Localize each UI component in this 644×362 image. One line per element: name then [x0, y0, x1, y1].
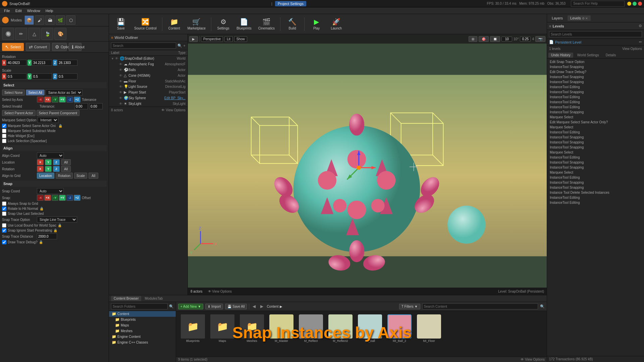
lock-selection-check[interactable]: [2, 139, 6, 143]
world-settings-sub-tab[interactable]: World Settings: [575, 53, 602, 58]
vis-cone[interactable]: 👁: [119, 74, 124, 77]
help-search-input[interactable]: [571, 1, 625, 7]
content-btn[interactable]: 📁 Content: [165, 16, 183, 32]
draw-trace-check[interactable]: [2, 240, 6, 244]
sky-link[interactable]: Edit BP_Sky...: [155, 96, 185, 100]
undo-item-0[interactable]: Edit Snap Trace Option: [547, 59, 644, 64]
snap-distance-input[interactable]: [37, 233, 57, 239]
menu-help[interactable]: Help: [43, 8, 56, 13]
pos-x-btn[interactable]: +X: [44, 97, 51, 103]
hide-widget-check[interactable]: [2, 134, 6, 138]
undo-item-16[interactable]: InstanceTool Snapping: [547, 140, 644, 145]
rotate-hit-check[interactable]: [2, 206, 6, 211]
levels-tab[interactable]: Levels ⚙ ✕: [568, 15, 591, 21]
vp-btn-3[interactable]: 🔲: [490, 36, 500, 42]
levels-view-options-btn[interactable]: View Options: [622, 47, 642, 51]
undo-item-8[interactable]: InstanceTool Editing: [547, 100, 644, 105]
levels-settings-icon[interactable]: ⚙ ✕: [582, 17, 588, 20]
vis-balls[interactable]: 👁: [119, 68, 124, 72]
vp-btn-2[interactable]: 🎯: [479, 36, 489, 42]
align-rot-y-btn[interactable]: Y: [45, 166, 52, 172]
outliner-sky-sphere[interactable]: 👁 🌍 Sky Sphere Edit BP_Sky...: [109, 95, 187, 101]
undo-item-28[interactable]: InstanceTool Editing: [547, 200, 644, 205]
folder-engine-content[interactable]: 📁 Engine Content: [109, 334, 176, 340]
marquee-substract-check[interactable]: [2, 129, 6, 133]
outliner-search-input[interactable]: [111, 43, 176, 49]
vis-sky[interactable]: 👁: [119, 96, 124, 100]
pos-z-btn[interactable]: +Z: [74, 97, 80, 103]
select-none-btn[interactable]: Select None: [2, 89, 25, 96]
rotation-x-input[interactable]: [6, 60, 26, 66]
blueprints-btn[interactable]: 📄 Blueprints: [234, 16, 254, 32]
undo-item-23[interactable]: InstanceTool Editing: [547, 175, 644, 180]
undo-item-25[interactable]: InstanceTool Snapping: [547, 185, 644, 190]
scale-y-input[interactable]: [32, 73, 52, 79]
undo-history-sub-tab[interactable]: Undo History: [548, 53, 573, 58]
undo-item-2[interactable]: Edit Draw Trace Debug?: [547, 69, 644, 74]
undo-item-1[interactable]: InstanceTool Snapping: [547, 64, 644, 69]
outliner-atm-fog[interactable]: 👁 ☁ Atmospheric Fog AtmosphericF: [109, 61, 187, 67]
align-rot-x-btn[interactable]: X: [37, 166, 44, 172]
add-new-btn[interactable]: + Add New ▼: [178, 304, 203, 309]
rotation-y-input[interactable]: [32, 60, 52, 66]
source-control-btn[interactable]: 🔀 Source Control: [131, 16, 159, 32]
folder-engine-cpp[interactable]: 📁 Engine C++ Classes: [109, 340, 176, 345]
vp-lit-btn[interactable]: Lit: [224, 36, 233, 42]
align-loc-all-btn[interactable]: All: [61, 159, 71, 165]
outliner-light[interactable]: 👁 💡 Light Source DirectionalLig: [109, 84, 187, 89]
mode-place[interactable]: 📦: [24, 15, 34, 25]
undo-item-27[interactable]: InstanceTool Editing: [547, 195, 644, 200]
snap-last-check[interactable]: [2, 212, 6, 216]
maximize-btn[interactable]: [633, 2, 637, 6]
undo-item-24[interactable]: InstanceTool Snapping: [547, 180, 644, 185]
levels-gear-icon[interactable]: ⚙: [639, 24, 642, 28]
undo-item-20[interactable]: InstanceTool Snapping: [547, 160, 644, 165]
always-snap-check[interactable]: [2, 201, 6, 206]
snap-pos-x-btn[interactable]: +X: [44, 195, 51, 201]
align-rot-z-btn[interactable]: Z: [53, 166, 60, 172]
snap-coord-select[interactable]: Auto: [37, 188, 64, 194]
undo-item-7[interactable]: InstanceTool Editing: [547, 95, 644, 100]
folder-meshes[interactable]: 📁 Meshes: [109, 328, 176, 334]
undo-item-5[interactable]: InstanceTool Editing: [547, 84, 644, 89]
vis-sl[interactable]: 👁: [119, 102, 124, 106]
undo-item-22[interactable]: Marquee Select: [547, 170, 644, 175]
about-action-btn[interactable]: ℹ About: [69, 43, 82, 51]
content-item-mi-ball[interactable]: MI_Ball: [357, 314, 383, 343]
layers-tab[interactable]: Layers: [549, 15, 566, 21]
select-all-btn[interactable]: Select All: [26, 89, 44, 96]
local-bound-check[interactable]: [2, 223, 6, 228]
minimize-btn[interactable]: [627, 2, 631, 6]
undo-item-17[interactable]: InstanceTool Snapping: [547, 145, 644, 150]
levels-search-input[interactable]: [549, 31, 642, 37]
view-options-status[interactable]: 👁 View Options: [208, 290, 232, 293]
select-parent-actor-btn[interactable]: Select Parent Actor: [2, 110, 36, 116]
tool-5[interactable]: 🎨: [54, 28, 66, 40]
undo-item-19[interactable]: InstanceTool Editing: [547, 155, 644, 160]
tool-3[interactable]: △: [28, 28, 40, 40]
undo-item-10[interactable]: InstanceTool Snapping: [547, 110, 644, 115]
undo-item-21[interactable]: InstanceTool Snapping: [547, 165, 644, 170]
vp-grid-input[interactable]: [501, 37, 512, 42]
level-edit-icon[interactable]: ✏: [639, 40, 642, 44]
vis-floor[interactable]: 👁: [119, 79, 124, 83]
align-grid-scl-btn[interactable]: Scale: [74, 173, 87, 179]
invalid-tolerance-input2[interactable]: [89, 103, 103, 109]
marquee-same-actor-check[interactable]: [2, 124, 6, 128]
modules-tab[interactable]: ModulesTab: [142, 296, 165, 301]
outliner-player-start[interactable]: 👁 ▶ Player Start PlayerStart: [109, 89, 187, 95]
undo-item-13[interactable]: Marquee Select: [547, 125, 644, 130]
mode-foliage[interactable]: 🌿: [56, 15, 65, 25]
align-y-btn[interactable]: Y: [45, 159, 52, 165]
launch-btn[interactable]: 🚀 Launch: [327, 16, 345, 32]
content-item-meshes[interactable]: 📁 Meshes: [238, 314, 265, 343]
snap-ignore-check[interactable]: [2, 228, 6, 233]
undo-item-11[interactable]: Marquee Select: [547, 115, 644, 120]
rotation-z-input[interactable]: [57, 60, 77, 66]
content-view-options-btn[interactable]: 👁 View Options: [521, 358, 545, 361]
close-btn[interactable]: [638, 2, 642, 6]
filters-btn[interactable]: T Filters ▼: [399, 304, 420, 309]
scale-x-input[interactable]: [6, 73, 26, 79]
content-item-m-reflect2[interactable]: M_Reflect2: [327, 314, 354, 343]
details-sub-tab[interactable]: Details: [603, 53, 619, 58]
